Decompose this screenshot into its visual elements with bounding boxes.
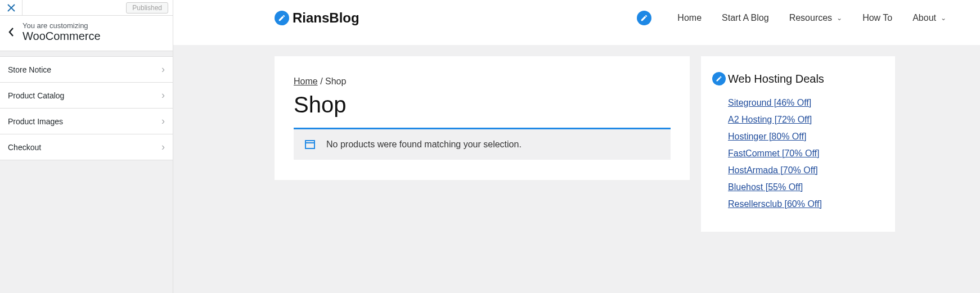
- widget-link[interactable]: Siteground [46% Off]: [728, 98, 884, 108]
- nav-link-about[interactable]: About⌄: [912, 13, 946, 23]
- breadcrumb-current: Shop: [325, 76, 346, 86]
- chevron-right-icon: ›: [161, 64, 165, 75]
- page-title: Shop: [294, 92, 671, 118]
- nav-link-resources[interactable]: Resources⌄: [789, 13, 842, 23]
- logo-text: RiansBlog: [293, 10, 359, 26]
- customizer-item-label: Checkout: [8, 143, 41, 152]
- main-nav: HomeStart A BlogResources⌄How ToAbout⌄: [637, 11, 946, 25]
- close-button[interactable]: [0, 0, 23, 15]
- customizer-item-product-images[interactable]: Product Images›: [0, 109, 173, 134]
- calendar-icon: [305, 140, 315, 149]
- widget-link[interactable]: A2 Hosting [72% Off]: [728, 115, 884, 125]
- chevron-down-icon: ⌄: [941, 14, 946, 22]
- customizer-item-label: Product Images: [8, 117, 63, 126]
- nav-link-label: About: [912, 13, 936, 23]
- customizer-bottom: [0, 160, 173, 293]
- published-button[interactable]: Published: [126, 2, 168, 13]
- notice-text: No products were found matching your sel…: [326, 139, 522, 150]
- customizer-item-store-notice[interactable]: Store Notice›: [0, 57, 173, 83]
- customizer-top-bar: Published: [0, 0, 173, 16]
- content-wrap: Home / Shop Shop No products were found …: [173, 45, 980, 243]
- nav-link-label: How To: [862, 13, 892, 23]
- pencil-icon: [716, 75, 722, 82]
- site-logo[interactable]: RiansBlog: [275, 10, 359, 26]
- customizer-header: You are customizing WooCommerce: [0, 16, 173, 51]
- spacer: [0, 51, 173, 57]
- you-are-label: You are customizing: [23, 21, 166, 30]
- widget-link[interactable]: FastCommet [70% Off]: [728, 148, 884, 159]
- pencil-icon: [640, 14, 648, 22]
- breadcrumb-home-link[interactable]: Home: [294, 76, 318, 86]
- chevron-right-icon: ›: [161, 89, 165, 101]
- nav-link-label: Resources: [789, 13, 832, 23]
- widget-header: Web Hosting Deals: [712, 72, 884, 85]
- nav-link-home[interactable]: Home: [677, 13, 702, 23]
- widget-link[interactable]: Hostinger [80% Off]: [728, 132, 884, 142]
- customizer-item-label: Product Catalog: [8, 91, 64, 100]
- site-header: RiansBlog HomeStart A BlogResources⌄How …: [173, 0, 980, 45]
- widget-link[interactable]: HostArmada [70% Off]: [728, 165, 884, 175]
- widget-link[interactable]: Resellersclub [60% Off]: [728, 199, 884, 209]
- sidebar-widget: Web Hosting Deals Siteground [46% Off]A2…: [701, 56, 895, 232]
- customizer-panel: Published You are customizing WooCommerc…: [0, 0, 173, 293]
- back-button[interactable]: [0, 27, 23, 37]
- preview-pane: RiansBlog HomeStart A BlogResources⌄How …: [173, 0, 980, 293]
- widget-title: Web Hosting Deals: [728, 73, 824, 85]
- publish-status-area: Published: [23, 0, 173, 15]
- nav-link-how-to[interactable]: How To: [862, 13, 892, 23]
- no-products-notice: No products were found matching your sel…: [294, 129, 671, 160]
- nav-link-label: Home: [677, 13, 702, 23]
- widget-list: Siteground [46% Off]A2 Hosting [72% Off]…: [712, 98, 884, 209]
- breadcrumb: Home / Shop: [294, 76, 671, 87]
- customizer-menu: Store Notice›Product Catalog›Product Ima…: [0, 57, 173, 160]
- nav-edit-shortcut[interactable]: [637, 11, 651, 25]
- customizer-item-label: Store Notice: [8, 65, 51, 74]
- customizer-item-checkout[interactable]: Checkout›: [0, 134, 173, 160]
- close-icon: [7, 4, 15, 12]
- main-content: Home / Shop Shop No products were found …: [275, 56, 690, 180]
- breadcrumb-sep: /: [318, 76, 325, 86]
- customizer-item-product-catalog[interactable]: Product Catalog›: [0, 83, 173, 109]
- chevron-down-icon: ⌄: [837, 14, 842, 22]
- widget-link[interactable]: Bluehost [55% Off]: [728, 182, 884, 192]
- chevron-left-icon: [8, 27, 15, 37]
- chevron-right-icon: ›: [161, 141, 165, 153]
- widget-edit-shortcut[interactable]: [712, 72, 726, 85]
- customizing-title: WooCommerce: [23, 30, 166, 43]
- nav-link-label: Start A Blog: [722, 13, 769, 23]
- customizer-header-text: You are customizing WooCommerce: [23, 21, 166, 43]
- logo-icon: [275, 11, 289, 25]
- chevron-right-icon: ›: [161, 115, 165, 127]
- nav-link-start-a-blog[interactable]: Start A Blog: [722, 13, 769, 23]
